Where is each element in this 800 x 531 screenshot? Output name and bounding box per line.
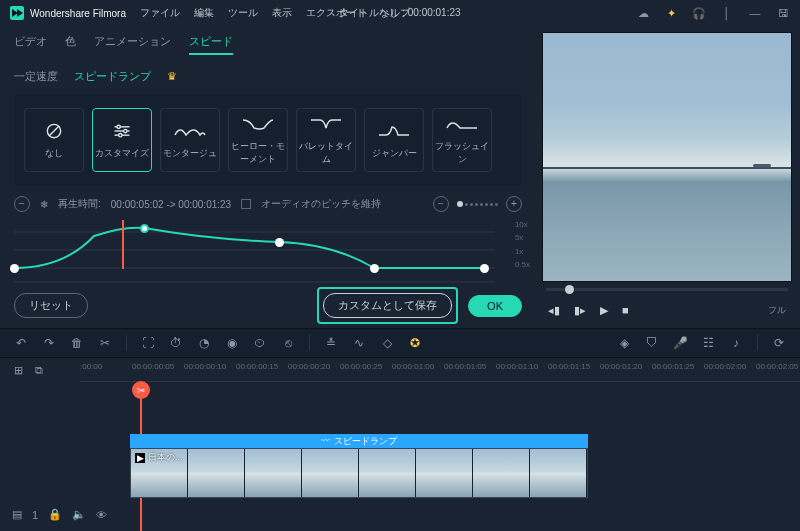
tab-color[interactable]: 色 [65,34,76,55]
preview-seek[interactable] [542,282,792,296]
cloud-icon[interactable]: ☁ [636,7,650,20]
idea-icon[interactable]: ✦ [664,7,678,20]
ramp-playhead[interactable] [122,220,124,269]
ramp-axis: 10x 5x 1x 0.5x [515,220,530,269]
preset-none[interactable]: なし [24,108,84,172]
tab-animation[interactable]: アニメーション [94,34,171,55]
next-frame-button[interactable]: ▮▸ [574,304,586,317]
tab-video[interactable]: ビデオ [14,34,47,55]
undo-button[interactable]: ↶ [14,336,28,350]
timeline-body[interactable]: ✂ 〰 スピードランプ ▶ 日本の... ▤ 1 🔒 🔈 👁 [0,382,800,531]
music-button[interactable]: ♪ [729,336,743,350]
pitch-checkbox[interactable] [241,199,251,209]
color-button[interactable]: ◔ [197,336,211,350]
property-tabs: ビデオ 色 アニメーション スピード [14,26,522,61]
cut-button[interactable]: ✂ [98,336,112,350]
menu-view[interactable]: 表示 [272,6,292,20]
prev-frame-button[interactable]: ◂▮ [548,304,560,317]
wave-icon [378,121,410,141]
shield-button[interactable]: ⛉ [645,336,659,350]
preview-panel: ◂▮ ▮▸ ▶ ■ フル [536,26,800,328]
ramp-keyframe[interactable] [480,264,489,273]
ramp-keyframe[interactable] [275,238,284,247]
enhance-button[interactable]: ✪ [408,336,422,350]
tab-speed[interactable]: スピード [189,34,233,55]
clip-speed-label: スピードランプ [334,435,397,448]
save-icon[interactable]: 🖫 [776,7,790,19]
timeline-toolbar: ↶ ↷ 🗑 ✂ ⛶ ⏱ ◔ ◉ ⏲ ⎋ ≛ ∿ ◇ ✪ ◈ ⛉ 🎤 ☷ ♪ ⟳ [0,328,800,358]
preview-monitor[interactable] [542,32,792,282]
play-button[interactable]: ▶ [600,304,608,317]
sliders-icon [106,121,138,141]
preset-hero[interactable]: ヒーロー・モーメント [228,108,288,172]
preset-flashin[interactable]: フラッシュイン [432,108,492,172]
track-index: 1 [32,509,38,521]
app-name: Wondershare Filmora [30,8,126,19]
detach-button[interactable]: ⎋ [281,336,295,350]
preset-bullet[interactable]: バレットタイム [296,108,356,172]
wave-icon [242,114,274,134]
speed-button[interactable]: ⏱ [169,336,183,350]
clip-speed-bar[interactable]: 〰 スピードランプ [130,434,588,448]
tracks-icon[interactable]: ⊞ [14,364,23,377]
preset-label: ジャンパー [372,147,417,160]
preset-label: バレットタイム [299,140,353,166]
subtab-ramp[interactable]: スピードランプ [74,69,151,84]
delete-button[interactable]: 🗑 [70,336,84,350]
preset-label: モンタージュ [163,147,217,160]
keyframe-button[interactable]: ◇ [380,336,394,350]
preset-label: なし [45,147,63,160]
visibility-icon[interactable]: 👁 [96,509,107,521]
time-ruler[interactable]: :00:00 00:00:00:05 00:00:00:10 00:00:00:… [80,358,800,382]
seek-knob[interactable] [565,285,574,294]
menu-file[interactable]: ファイル [140,6,180,20]
save-custom-button[interactable]: カスタムとして保存 [323,293,452,318]
track-controls: ▤ 1 🔒 🔈 👁 [0,508,80,521]
speed-ramp-graph[interactable]: 10x 5x 1x 0.5x [14,220,522,269]
title-bar: Wondershare Filmora ファイル 編集 ツール 表示 エクスポー… [0,0,800,26]
subtab-uniform[interactable]: 一定速度 [14,69,58,84]
ban-icon [38,121,70,141]
wave-icon [310,114,342,134]
video-clip[interactable]: ▶ 日本の... [130,448,588,498]
render-button[interactable]: ⟳ [772,336,786,350]
remove-keyframe-button[interactable]: − [14,196,30,212]
reset-button[interactable]: リセット [14,293,88,318]
mute-icon[interactable]: 🔈 [72,508,86,521]
mic-button[interactable]: 🎤 [673,336,687,350]
audio-button[interactable]: ∿ [352,336,366,350]
chroma-button[interactable]: ◉ [225,336,239,350]
menu-edit[interactable]: 編集 [194,6,214,20]
freeze-icon[interactable]: ❄ [40,199,48,210]
preview-controls: ◂▮ ▮▸ ▶ ■ フル [542,296,792,324]
ramp-keyframe[interactable] [370,264,379,273]
minimize-icon[interactable]: — [748,7,762,19]
link-icon[interactable]: ⧉ [35,364,43,377]
svg-point-6 [124,129,127,132]
preset-row: なし カスタマイズ モンタージュ ヒーロー・モーメント バレットタイム ジャンパ… [14,94,522,186]
preset-jumper[interactable]: ジャンパー [364,108,424,172]
zoom-out-button[interactable]: − [433,196,449,212]
adjust-button[interactable]: ≛ [324,336,338,350]
fullscreen-label[interactable]: フル [768,304,786,317]
stop-button[interactable]: ■ [622,304,629,316]
lock-icon[interactable]: 🔒 [48,508,62,521]
redo-button[interactable]: ↷ [42,336,56,350]
menu-tools[interactable]: ツール [228,6,258,20]
preset-customize[interactable]: カスタマイズ [92,108,152,172]
film-icon: ▤ [12,508,22,521]
mixer-button[interactable]: ☷ [701,336,715,350]
ramp-keyframe[interactable] [10,264,19,273]
ramp-keyframe[interactable] [140,224,149,233]
zoom-slider[interactable] [457,201,498,207]
ok-button[interactable]: OK [468,295,522,317]
preset-label: フラッシュイン [435,140,489,166]
duration-button[interactable]: ⏲ [253,336,267,350]
ruler-row: ⊞ ⧉ :00:00 00:00:00:05 00:00:00:10 00:00… [0,358,800,382]
marker-button[interactable]: ◈ [617,336,631,350]
support-icon[interactable]: 🎧 [692,7,706,20]
zoom-in-button[interactable]: + [506,196,522,212]
preset-montage[interactable]: モンタージュ [160,108,220,172]
app-logo [10,6,24,20]
crop-button[interactable]: ⛶ [141,336,155,350]
